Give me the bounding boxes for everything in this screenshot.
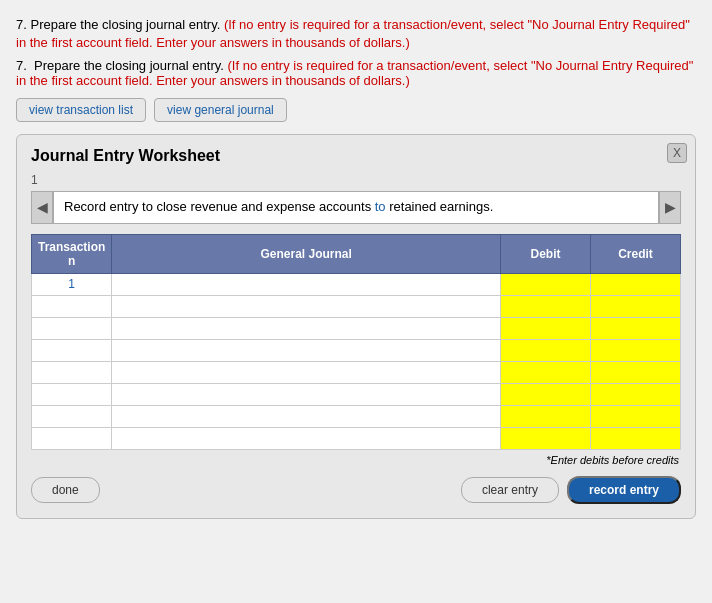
gj-input-3[interactable]	[112, 318, 500, 339]
desc-link: to	[375, 199, 386, 214]
transaction-cell	[32, 383, 112, 405]
hint-text: *Enter debits before credits	[31, 454, 681, 466]
gj-cell-8[interactable]	[112, 427, 501, 449]
bottom-button-group: done clear entry record entry	[31, 476, 681, 504]
transaction-cell	[32, 295, 112, 317]
gj-input-6[interactable]	[112, 384, 500, 405]
table-row	[32, 295, 681, 317]
done-button[interactable]: done	[31, 477, 100, 503]
next-arrow[interactable]: ▶	[659, 191, 681, 223]
step-indicator: 1	[31, 173, 681, 187]
col-header-debit: Debit	[501, 234, 591, 273]
clear-entry-button[interactable]: clear entry	[461, 477, 559, 503]
view-general-journal-button[interactable]: view general journal	[154, 98, 287, 122]
table-row	[32, 361, 681, 383]
close-button[interactable]: X	[667, 143, 687, 163]
credit-cell-8[interactable]	[591, 427, 681, 449]
table-row	[32, 317, 681, 339]
credit-cell-2[interactable]	[591, 295, 681, 317]
prepare-text: Prepare the closing journal entry.	[34, 58, 227, 73]
view-transaction-list-button[interactable]: view transaction list	[16, 98, 146, 122]
transaction-cell	[32, 427, 112, 449]
gj-cell-5[interactable]	[112, 361, 501, 383]
credit-input-1[interactable]	[591, 274, 680, 295]
debit-input-1[interactable]	[501, 274, 590, 295]
transaction-cell	[32, 339, 112, 361]
journal-table: Transactionn General Journal Debit Credi…	[31, 234, 681, 450]
worksheet-container: X Journal Entry Worksheet 1 ◀ Record ent…	[16, 134, 696, 518]
question-main-text: Prepare the closing journal entry.	[30, 17, 220, 32]
credit-cell-1[interactable]	[591, 273, 681, 295]
transaction-cell: 1	[32, 273, 112, 295]
transaction-cell	[32, 317, 112, 339]
credit-cell-3[interactable]	[591, 317, 681, 339]
worksheet-title: Journal Entry Worksheet	[31, 147, 681, 165]
debit-cell-3[interactable]	[501, 317, 591, 339]
credit-input-4[interactable]	[591, 340, 680, 361]
credit-input-8[interactable]	[591, 428, 680, 449]
debit-input-5[interactable]	[501, 362, 590, 383]
debit-cell-8[interactable]	[501, 427, 591, 449]
debit-input-3[interactable]	[501, 318, 590, 339]
credit-input-5[interactable]	[591, 362, 680, 383]
credit-input-7[interactable]	[591, 406, 680, 427]
gj-input-4[interactable]	[112, 340, 500, 361]
nav-row: ◀ Record entry to close revenue and expe…	[31, 191, 681, 223]
credit-cell-7[interactable]	[591, 405, 681, 427]
debit-cell-1[interactable]	[501, 273, 591, 295]
debit-cell-5[interactable]	[501, 361, 591, 383]
record-entry-button[interactable]: record entry	[567, 476, 681, 504]
debit-input-8[interactable]	[501, 428, 590, 449]
table-row	[32, 339, 681, 361]
col-header-credit: Credit	[591, 234, 681, 273]
debit-cell-6[interactable]	[501, 383, 591, 405]
gj-cell-1[interactable]	[112, 273, 501, 295]
credit-input-6[interactable]	[591, 384, 680, 405]
table-row	[32, 405, 681, 427]
gj-input-8[interactable]	[112, 428, 500, 449]
debit-cell-7[interactable]	[501, 405, 591, 427]
description-box: Record entry to close revenue and expens…	[53, 191, 659, 223]
desc-line1: Record entry to close revenue and expens…	[64, 199, 375, 214]
credit-cell-5[interactable]	[591, 361, 681, 383]
gj-input-5[interactable]	[112, 362, 500, 383]
debit-input-2[interactable]	[501, 296, 590, 317]
prev-arrow[interactable]: ◀	[31, 191, 53, 223]
col-header-transaction: Transactionn	[32, 234, 112, 273]
debit-cell-4[interactable]	[501, 339, 591, 361]
credit-input-3[interactable]	[591, 318, 680, 339]
table-row: 1	[32, 273, 681, 295]
debit-input-6[interactable]	[501, 384, 590, 405]
question-num: 7.	[16, 58, 34, 73]
gj-cell-4[interactable]	[112, 339, 501, 361]
debit-cell-2[interactable]	[501, 295, 591, 317]
gj-cell-6[interactable]	[112, 383, 501, 405]
gj-cell-2[interactable]	[112, 295, 501, 317]
transaction-cell	[32, 405, 112, 427]
table-row	[32, 427, 681, 449]
transaction-cell	[32, 361, 112, 383]
hint-label: *Enter debits before credits	[546, 454, 679, 466]
gj-cell-7[interactable]	[112, 405, 501, 427]
table-row	[32, 383, 681, 405]
credit-cell-6[interactable]	[591, 383, 681, 405]
col-header-general-journal: General Journal	[112, 234, 501, 273]
gj-input-2[interactable]	[112, 296, 500, 317]
gj-input-7[interactable]	[112, 406, 500, 427]
gj-input-1[interactable]	[112, 274, 500, 295]
desc-line2: retained earnings.	[386, 199, 494, 214]
debit-input-4[interactable]	[501, 340, 590, 361]
credit-cell-4[interactable]	[591, 339, 681, 361]
credit-input-2[interactable]	[591, 296, 680, 317]
gj-cell-3[interactable]	[112, 317, 501, 339]
question-number: 7. Prepare the closing journal entry. (I…	[16, 16, 696, 52]
top-button-group: view transaction list view general journ…	[16, 98, 696, 122]
debit-input-7[interactable]	[501, 406, 590, 427]
question-number-text: 7.	[16, 17, 27, 32]
